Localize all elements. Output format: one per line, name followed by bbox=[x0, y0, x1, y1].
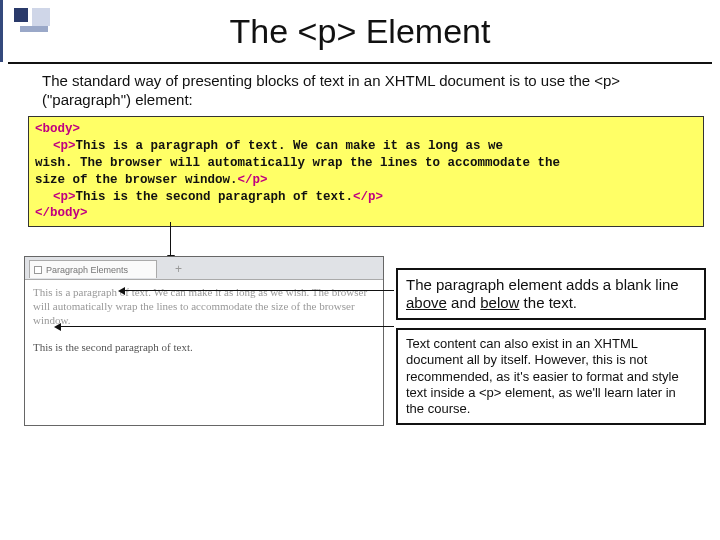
browser-window: Paragraph Elements + This is a paragraph… bbox=[24, 256, 384, 426]
browser-viewport: This is a paragraph of text. We can make… bbox=[25, 279, 383, 425]
callout-blank-lines: The paragraph element adds a blank line … bbox=[396, 268, 706, 320]
code-p1-line3: size of the browser window. bbox=[35, 173, 238, 187]
rendered-paragraph-2: This is the second paragraph of text. bbox=[33, 341, 375, 355]
browser-tab[interactable]: Paragraph Elements bbox=[29, 260, 157, 278]
callout1-above: above bbox=[406, 294, 447, 311]
tag-p-close-1: </p> bbox=[238, 173, 268, 187]
tag-p-close-2: </p> bbox=[353, 190, 383, 204]
arrow-to-blank-above bbox=[124, 290, 394, 291]
tag-p-open-2: <p> bbox=[53, 190, 76, 204]
rendered-paragraph-1: This is a paragraph of text. We can make… bbox=[33, 286, 375, 327]
browser-tabbar: Paragraph Elements + bbox=[25, 257, 383, 279]
intro-text: The standard way of presenting blocks of… bbox=[42, 72, 696, 110]
code-p1-line2: wish. The browser will automatically wra… bbox=[35, 156, 560, 170]
callout1-suffix: the text. bbox=[519, 294, 577, 311]
arrow-to-blank-below bbox=[60, 326, 394, 327]
code-p1-line1: This is a paragraph of text. We can make… bbox=[76, 139, 504, 153]
callout-loose-text: Text content can also exist in an XHTML … bbox=[396, 328, 706, 425]
tag-body-open: <body> bbox=[35, 122, 80, 136]
callout1-below: below bbox=[480, 294, 519, 311]
code-example: <body> <p>This is a paragraph of text. W… bbox=[28, 116, 704, 227]
arrow-code-to-browser bbox=[170, 222, 171, 256]
title-underline bbox=[8, 62, 712, 64]
slide-title: The <p> Element bbox=[0, 12, 720, 51]
callout1-prefix: The paragraph element adds a blank line bbox=[406, 276, 679, 293]
tag-body-close: </body> bbox=[35, 206, 88, 220]
page-icon bbox=[34, 266, 42, 274]
callout1-mid: and bbox=[447, 294, 480, 311]
new-tab-button[interactable]: + bbox=[175, 262, 182, 276]
tag-p-open-1: <p> bbox=[53, 139, 76, 153]
code-p2-text: This is the second paragraph of text. bbox=[76, 190, 354, 204]
tab-label: Paragraph Elements bbox=[46, 265, 128, 275]
